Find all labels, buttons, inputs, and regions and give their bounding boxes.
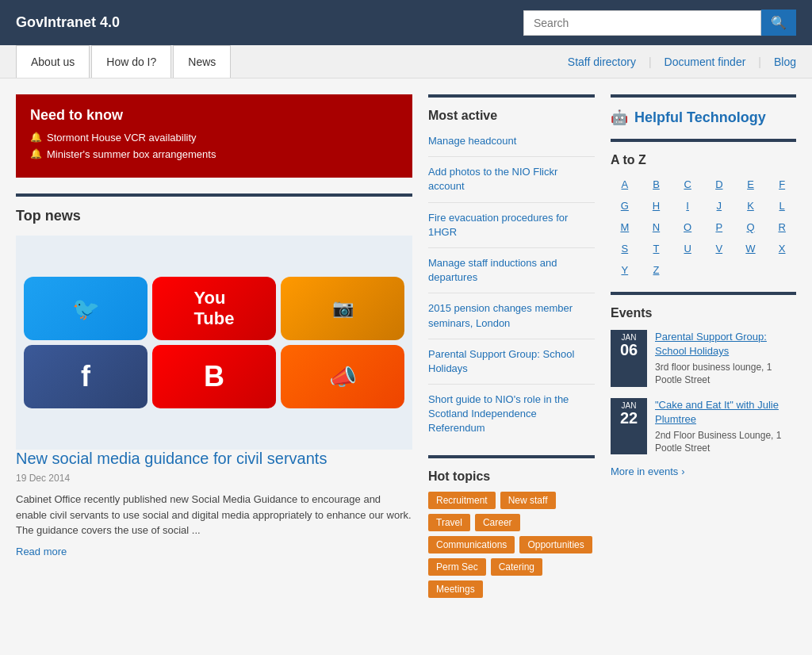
left-column: Need to know 🔔 Stormont House VCR availa… <box>16 94 412 598</box>
list-item: Short guide to NIO's role in the Scotlan… <box>428 393 595 444</box>
az-letter-d[interactable]: D <box>705 175 733 193</box>
az-letter-b[interactable]: B <box>642 175 671 193</box>
event-details: "Cake and Eat It" with Julie Plumtree 2n… <box>655 398 796 455</box>
search-button[interactable]: 🔍 <box>761 10 796 36</box>
most-active-link-parental[interactable]: Parental Support Group: School Holidays <box>428 347 595 376</box>
nav-tab-how-do-i[interactable]: How do I? <box>91 45 171 78</box>
az-letter-y[interactable]: Y <box>611 261 639 279</box>
middle-column: Most active Manage headcount Add photos … <box>428 94 595 598</box>
tag-perm-sec[interactable]: Perm Sec <box>428 558 486 576</box>
tag-career[interactable]: Career <box>475 514 520 531</box>
az-letter-n[interactable]: N <box>642 218 671 236</box>
az-letter-u[interactable]: U <box>673 239 702 258</box>
az-letter-c[interactable]: C <box>673 175 702 193</box>
az-letter-e[interactable]: E <box>737 175 765 193</box>
tag-communications[interactable]: Communications <box>428 536 515 553</box>
alert-text-2: Minister's summer box arrangements <box>47 148 216 160</box>
event-month: JAN <box>617 401 641 410</box>
most-active-link-pension[interactable]: 2015 pension changes member seminars, Lo… <box>428 301 595 330</box>
nav-bar: About us How do I? News Staff directory … <box>0 45 812 79</box>
nav-blog[interactable]: Blog <box>774 56 796 68</box>
event-date-badge: JAN 22 <box>611 398 647 455</box>
search-input[interactable] <box>523 10 761 36</box>
list-item: Add photos to the NIO Flickr account <box>428 165 595 202</box>
event-title-link[interactable]: "Cake and Eat It" with Julie Plumtree <box>655 399 779 425</box>
helpful-tech-section: 🤖 Helpful Technology <box>611 109 796 126</box>
az-letter-q[interactable]: Q <box>737 218 765 236</box>
most-active-link-scotland[interactable]: Short guide to NIO's role in the Scotlan… <box>428 393 595 436</box>
tag-recruitment[interactable]: Recruitment <box>428 492 496 509</box>
nav-document-finder[interactable]: Document finder <box>665 56 746 68</box>
az-letter-t[interactable]: T <box>642 239 671 258</box>
extra-icon: 📷 <box>281 277 404 340</box>
most-active-link-manage-headcount[interactable]: Manage headcount <box>428 134 595 148</box>
most-active-section: Most active Manage headcount Add photos … <box>428 109 595 444</box>
news-date: 19 Dec 2014 <box>16 473 412 484</box>
az-letter-f[interactable]: F <box>768 175 796 193</box>
search-bar: 🔍 <box>523 10 796 36</box>
news-article-title[interactable]: New social media guidance for civil serv… <box>16 450 412 468</box>
section-divider <box>428 455 595 458</box>
most-active-link-manage-staff[interactable]: Manage staff inductions and departures <box>428 256 595 285</box>
hot-topics-section: Hot topics Recruitment New staff Travel … <box>428 469 595 598</box>
az-letter-m[interactable]: M <box>611 218 639 236</box>
az-letter-a[interactable]: A <box>611 175 639 193</box>
az-letter-h[interactable]: H <box>642 197 671 215</box>
section-divider <box>428 94 595 98</box>
event-day: 22 <box>617 410 641 426</box>
events-title: Events <box>611 306 796 320</box>
az-letter-x[interactable]: X <box>768 239 796 258</box>
event-day: 06 <box>617 342 641 358</box>
tag-opportunities[interactable]: Opportunities <box>519 536 592 553</box>
list-item: 🔔 Stormont House VCR availability <box>30 132 398 144</box>
nav-tab-about-us[interactable]: About us <box>16 45 90 78</box>
most-active-link-fire-evac[interactable]: Fire evacuation procedures for 1HGR <box>428 211 595 239</box>
tag-catering[interactable]: Catering <box>491 558 542 576</box>
az-letter-v[interactable]: V <box>705 239 733 258</box>
az-letter-w[interactable]: W <box>737 239 765 258</box>
az-letter-l[interactable]: L <box>768 197 796 215</box>
az-letter-j[interactable]: J <box>705 197 733 215</box>
az-letter-o[interactable]: O <box>673 218 702 236</box>
az-grid: ABCDEFGHIJKLMNOPQRSTUVWXYZ <box>611 175 796 279</box>
most-active-title: Most active <box>428 109 595 126</box>
tag-meetings[interactable]: Meetings <box>428 580 483 598</box>
robot-icon: 🤖 <box>611 109 628 126</box>
most-active-link-add-photos[interactable]: Add photos to the NIO Flickr account <box>428 165 595 193</box>
list-item: 2015 pension changes member seminars, Lo… <box>428 301 595 339</box>
helpful-tech-label: Helpful Technology <box>634 109 766 126</box>
header: GovIntranet 4.0 🔍 <box>0 0 812 45</box>
az-letter-i[interactable]: I <box>673 197 702 215</box>
alert-text-1: Stormont House VCR availability <box>47 132 197 144</box>
bell-icon: 🔔 <box>30 132 42 143</box>
az-letter-g[interactable]: G <box>611 197 639 215</box>
facebook-icon: f <box>24 345 147 408</box>
tag-travel[interactable]: Travel <box>428 514 470 531</box>
section-divider <box>611 292 796 295</box>
nav-right-links: Staff directory | Document finder | Blog <box>568 56 796 68</box>
site-title: GovIntranet 4.0 <box>16 14 120 31</box>
youtube-icon: YouTube <box>152 277 276 340</box>
az-letter-k[interactable]: K <box>737 197 765 215</box>
right-column: 🤖 Helpful Technology A to Z ABCDEFGHIJKL… <box>611 94 796 598</box>
tag-new-staff[interactable]: New staff <box>500 492 556 509</box>
section-divider <box>611 139 796 142</box>
need-to-know-panel: Need to know 🔔 Stormont House VCR availa… <box>16 94 412 178</box>
az-letter-z[interactable]: Z <box>642 261 671 279</box>
most-active-list: Manage headcount Add photos to the NIO F… <box>428 134 595 444</box>
rss-icon: 📣 <box>281 345 404 408</box>
event-item: JAN 06 Parental Support Group: School Ho… <box>611 330 796 387</box>
nav-staff-directory[interactable]: Staff directory <box>568 56 636 68</box>
event-title-link[interactable]: Parental Support Group: School Holidays <box>655 331 767 357</box>
az-letter-p[interactable]: P <box>705 218 733 236</box>
hot-topics-tags: Recruitment New staff Travel Career Comm… <box>428 492 595 598</box>
events-section: Events JAN 06 Parental Support Group: Sc… <box>611 306 796 477</box>
nav-tab-news[interactable]: News <box>173 45 231 78</box>
list-item: Manage headcount <box>428 134 595 157</box>
list-item: Parental Support Group: School Holidays <box>428 347 595 385</box>
read-more-link[interactable]: Read more <box>16 546 67 557</box>
az-letter-s[interactable]: S <box>611 239 639 258</box>
more-events-link[interactable]: More in events › <box>611 465 796 477</box>
az-letter-r[interactable]: R <box>768 218 796 236</box>
event-date-badge: JAN 06 <box>611 330 647 387</box>
